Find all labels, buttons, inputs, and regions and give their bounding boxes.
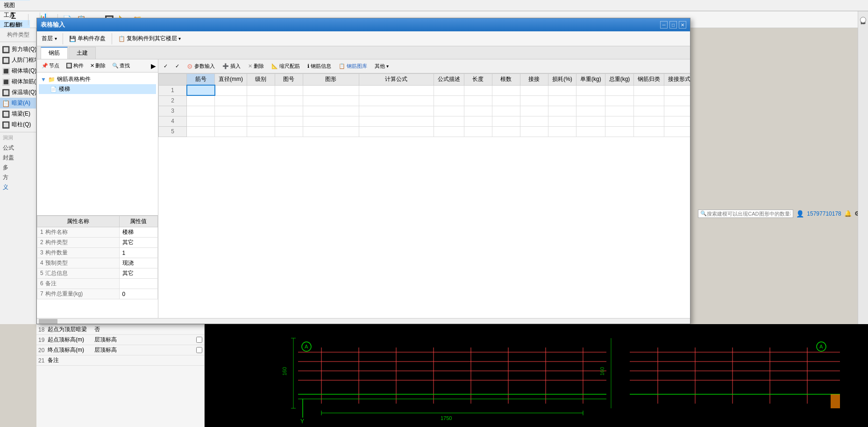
bottom-check-19[interactable] (196, 337, 202, 343)
floor-dropdown-arrow[interactable]: ▾ (55, 36, 57, 41)
prop-value-6[interactable] (119, 279, 157, 289)
tree-child-stairs[interactable]: 📄 楼梯 (39, 84, 156, 94)
sidebar-item-hidden-beam[interactable]: 📋 暗梁(A) (0, 98, 36, 109)
header-rebar-class[interactable]: 钢筋归类 (634, 74, 664, 86)
sidebar-item-insulation-wall[interactable]: 🔲 保温墙(Q) (0, 87, 36, 98)
cell-4-2[interactable] (247, 116, 275, 126)
cell-1-5[interactable] (359, 85, 434, 95)
cell-4-3[interactable] (275, 116, 303, 126)
cell-2-13[interactable] (634, 95, 664, 106)
cell-2-2[interactable] (247, 95, 275, 106)
cell-3-1[interactable] (215, 106, 247, 116)
cell-1-8[interactable] (492, 85, 520, 95)
header-fig-num[interactable]: 图号 (275, 74, 303, 86)
expand-button[interactable]: ▶ (151, 62, 156, 70)
cell-4-0[interactable] (187, 116, 215, 126)
cell-5-6[interactable] (434, 126, 464, 137)
cell-5-13[interactable] (634, 126, 664, 137)
sidebar-item-masonry-wall[interactable]: 🔳 砌体墙(Q) (0, 65, 36, 76)
header-total-weight[interactable]: 总重(kg) (605, 74, 634, 86)
cell-3-9[interactable] (520, 106, 548, 116)
tree-node-button[interactable]: 📌 节点 (39, 61, 62, 71)
cell-2-1[interactable] (215, 95, 247, 106)
cell-3-11[interactable] (576, 106, 605, 116)
sidebar-item-civil-defense-wall[interactable]: 🔲 人防门框墙(F (0, 55, 36, 65)
hscrollbar-thumb[interactable] (39, 319, 57, 324)
cell-2-9[interactable] (520, 95, 548, 106)
cell-5-9[interactable] (520, 126, 548, 137)
rebar-info-btn[interactable]: ℹ 钢筋信息 (304, 61, 334, 71)
delete-row-btn[interactable]: ✕ 删除 (245, 61, 267, 71)
cell-4-14[interactable] (664, 116, 690, 126)
cell-4-1[interactable] (215, 116, 247, 126)
bottom-value-19[interactable]: 层顶标高 (94, 336, 196, 344)
tree-root-item[interactable]: ▼ 📁 钢筋表格构件 (39, 74, 156, 84)
cell-3-14[interactable] (664, 106, 690, 116)
header-shape[interactable]: 图形 (303, 74, 359, 86)
cell-1-13[interactable] (634, 85, 664, 95)
data-grid-wrapper[interactable]: 筋号 直径(mm) 级别 图号 图形 计算公式 公式描述 长度 根数 接接 损耗 (158, 73, 690, 318)
full-floor-radio[interactable] (860, 17, 866, 23)
cell-1-6[interactable] (434, 85, 464, 95)
header-count[interactable]: 根数 (492, 74, 520, 86)
cell-2-3[interactable] (275, 95, 303, 106)
close-button[interactable]: ✕ (679, 21, 686, 29)
header-loss[interactable]: 损耗(%) (548, 74, 576, 86)
prop-value-7[interactable]: 0 (119, 289, 157, 299)
cell-3-5[interactable] (359, 106, 434, 116)
cell-5-14[interactable] (664, 126, 690, 137)
cell-1-3[interactable] (275, 85, 303, 95)
cell-5-11[interactable] (576, 126, 605, 137)
cell-1-7[interactable] (464, 85, 492, 95)
header-splice-type[interactable]: 接接形式 (664, 74, 690, 86)
prop-value-3[interactable]: 1 (119, 248, 157, 258)
cell-4-13[interactable] (634, 116, 664, 126)
header-grade[interactable]: 级别 (247, 74, 275, 86)
cell-3-10[interactable] (548, 106, 576, 116)
cell-1-14[interactable] (664, 85, 690, 95)
header-splice[interactable]: 接接 (520, 74, 548, 86)
cell-2-5[interactable] (359, 95, 434, 106)
cell-3-13[interactable] (634, 106, 664, 116)
sum-button[interactable]: Σ 汇总计算 (2, 13, 25, 26)
sidebar-item-hidden-column[interactable]: 🔲 暗柱(Q) (0, 119, 36, 130)
cell-5-7[interactable] (464, 126, 492, 137)
cell-1-0[interactable] (187, 85, 215, 95)
scale-rebar-btn[interactable]: 📐 缩尺配筋 (268, 61, 303, 71)
header-diameter[interactable]: 直径(mm) (215, 74, 247, 86)
cell-5-2[interactable] (247, 126, 275, 137)
cell-5-12[interactable] (605, 126, 634, 137)
sidebar-item-masonry-rebar[interactable]: 🔳 砌体加筋(Y) (0, 76, 36, 87)
prop-value-1[interactable]: 楼梯 (119, 227, 157, 238)
prop-value-5[interactable]: 其它 (119, 268, 157, 279)
tree-delete-button[interactable]: ✕ 删除 (87, 61, 108, 71)
copy-to-floor-button[interactable]: 📋 复制构件到其它楼层 ▾ (115, 33, 184, 44)
cell-5-4[interactable] (303, 126, 359, 137)
cell-2-0[interactable] (187, 95, 215, 106)
cell-2-12[interactable] (605, 95, 634, 106)
cell-4-10[interactable] (548, 116, 576, 126)
restore-button[interactable]: □ (669, 21, 677, 29)
cell-5-10[interactable] (548, 126, 576, 137)
cell-2-14[interactable] (664, 95, 690, 106)
rebar-library-btn[interactable]: 📋 钢筋图库 (335, 61, 370, 71)
header-length[interactable]: 长度 (464, 74, 492, 86)
sidebar-item-wall-beam[interactable]: 🔲 墙梁(E) (0, 109, 36, 119)
cell-1-12[interactable] (605, 85, 634, 95)
prop-value-4[interactable]: 现浇 (119, 258, 157, 268)
bottom-value-18[interactable]: 否 (94, 326, 202, 333)
uncheck-btn[interactable]: ✓ (172, 62, 183, 71)
sidebar-item-shear-wall[interactable]: 🔲 剪力墙(Q) (0, 44, 36, 55)
tab-civil[interactable]: 土建 (69, 47, 96, 59)
insert-btn[interactable]: ➕ 插入 (219, 61, 244, 71)
cell-1-1[interactable] (215, 85, 247, 95)
cell-3-2[interactable] (247, 106, 275, 116)
tree-component-button[interactable]: 🔲 构件 (63, 61, 86, 71)
modal-hscrollbar[interactable] (37, 318, 690, 324)
other-btn[interactable]: 其他 ▾ (371, 61, 392, 71)
cell-1-9[interactable] (520, 85, 548, 95)
cell-1-2[interactable] (247, 85, 275, 95)
cell-4-9[interactable] (520, 116, 548, 126)
cell-4-5[interactable] (359, 116, 434, 126)
search-input[interactable] (707, 211, 791, 217)
